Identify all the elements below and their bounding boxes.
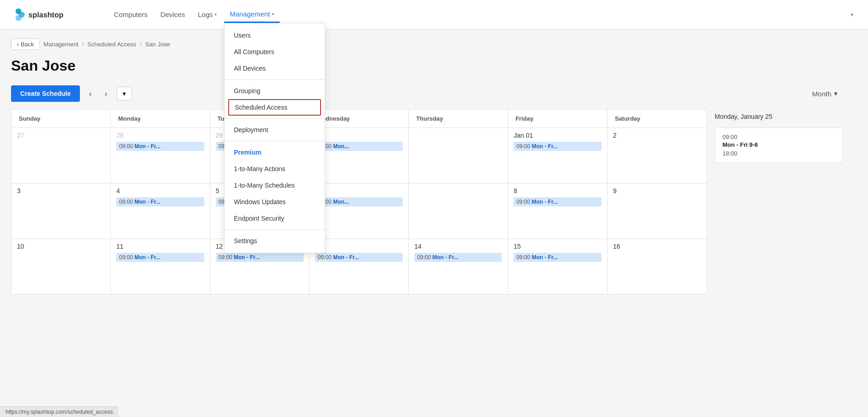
date-13: 13	[315, 243, 403, 250]
dropdown-grouping[interactable]: Grouping	[225, 83, 325, 99]
col-monday: Monday	[111, 110, 210, 128]
management-dropdown-arrow: ▾	[272, 11, 274, 17]
cell-8[interactable]: 8 09:00 Mon - Fr...	[508, 183, 607, 239]
date-3: 3	[17, 187, 105, 195]
date-11: 11	[116, 243, 204, 250]
col-sunday: Sunday	[11, 110, 111, 128]
dropdown-windows-updates[interactable]: Windows Updates	[225, 194, 325, 210]
side-event-start-time: 09:00	[722, 133, 835, 140]
dropdown-deployment[interactable]: Deployment	[225, 122, 325, 138]
dropdown-settings[interactable]: Settings	[225, 233, 325, 249]
cell-16[interactable]: 16	[608, 239, 707, 294]
event-8[interactable]: 09:00 Mon - Fr...	[513, 197, 601, 206]
event-4[interactable]: 09:00 Mon - Fr...	[116, 197, 204, 206]
calendar: Sunday Monday Tuesday Wednesday Thursday…	[11, 109, 707, 295]
event-12[interactable]: 09:00 Mon - Fr...	[216, 253, 304, 262]
svg-point-2	[16, 15, 22, 21]
cell-9[interactable]: 9	[608, 183, 707, 239]
nav-logs[interactable]: Logs ▾	[192, 7, 223, 22]
management-dropdown-menu: Users All Computers All Devices Grouping…	[224, 23, 325, 253]
cal-week-2: 3 4 09:00 Mon - Fr... 5 09:00 Mon - Fr..…	[11, 183, 707, 239]
event-11[interactable]: 09:00 Mon - Fr...	[116, 253, 204, 262]
nav-computers[interactable]: Computers	[108, 7, 153, 22]
logs-dropdown-arrow: ▾	[214, 12, 217, 17]
date-27: 27	[17, 132, 105, 139]
cell-31[interactable]	[409, 128, 508, 183]
date-10: 10	[17, 243, 105, 250]
calendar-header: Sunday Monday Tuesday Wednesday Thursday…	[11, 110, 707, 128]
date-15: 15	[513, 243, 601, 250]
navbar-right-dropdown-arrow[interactable]: ▾	[847, 8, 857, 22]
cell-15[interactable]: 15 09:00 Mon - Fr...	[508, 239, 607, 294]
dropdown-users[interactable]: Users	[225, 27, 325, 44]
side-event-label: Mon - Fri 9-6	[722, 141, 835, 148]
event-28[interactable]: 09:00 Mon - Fr...	[116, 142, 204, 151]
breadcrumb-scheduled-access[interactable]: Scheduled Access	[87, 41, 136, 48]
date-2: 2	[613, 132, 701, 139]
calendar-wrapper: Sunday Monday Tuesday Wednesday Thursday…	[11, 109, 707, 295]
page-content: ‹ Back Management / Scheduled Access / S…	[0, 29, 854, 304]
date-9: 9	[613, 187, 701, 195]
prev-nav-button[interactable]: ‹	[85, 87, 96, 100]
event-30[interactable]: 09:00 Mon...	[315, 142, 403, 151]
navbar: splashtop Computers Devices Logs ▾ Manag…	[0, 0, 868, 29]
date-30: 30	[315, 132, 403, 139]
side-panel-event[interactable]: 09:00 Mon - Fri 9-6 18:00	[715, 128, 843, 163]
date-16: 16	[613, 243, 701, 250]
cell-27[interactable]: 27	[11, 128, 111, 183]
cell-10[interactable]: 10	[11, 239, 111, 294]
breadcrumb-current: San Jose	[145, 41, 170, 48]
date-14: 14	[414, 243, 502, 250]
nav-devices[interactable]: Devices	[155, 7, 190, 22]
cell-7[interactable]	[409, 183, 508, 239]
event-15[interactable]: 09:00 Mon - Fr...	[513, 253, 601, 262]
cal-week-1: 27 28 09:00 Mon - Fr... 29 09:00 Mon - F…	[11, 128, 707, 183]
side-panel: Monday, January 25 09:00 Mon - Fri 9-6 1…	[715, 109, 843, 163]
dropdown-all-devices[interactable]: All Devices	[225, 60, 325, 77]
event-14[interactable]: 09:00 Mon - Fr...	[414, 253, 502, 262]
dropdown-premium[interactable]: Premium	[225, 144, 325, 161]
side-event-end-time: 18:00	[722, 150, 835, 157]
cell-3[interactable]: 3	[11, 183, 111, 239]
dropdown-endpoint-security[interactable]: Endpoint Security	[225, 210, 325, 227]
nav-items: Computers Devices Logs ▾ Management ▾ Us…	[108, 6, 847, 23]
breadcrumb-sep2: /	[140, 41, 142, 48]
group-select-button[interactable]: ▾	[117, 87, 132, 100]
dropdown-1-to-many-schedules[interactable]: 1-to-Many Schedules	[225, 177, 325, 194]
date-8: 8	[513, 187, 601, 195]
dropdown-scheduled-access[interactable]: Scheduled Access	[228, 99, 321, 116]
management-dropdown-container: Management ▾ Users All Computers All Dev…	[224, 6, 280, 23]
date-6: 6	[315, 187, 403, 195]
event-jan01[interactable]: 09:00 Mon - Fr...	[513, 142, 601, 151]
cell-28[interactable]: 28 09:00 Mon - Fr...	[111, 128, 210, 183]
nav-management[interactable]: Management ▾	[224, 6, 280, 23]
cell-2[interactable]: 2	[608, 128, 707, 183]
dropdown-1-to-many-actions[interactable]: 1-to-Many Actions	[225, 161, 325, 177]
month-view-button[interactable]: Month ▾	[806, 87, 843, 100]
breadcrumb-sep1: /	[82, 41, 84, 48]
dropdown-all-computers[interactable]: All Computers	[225, 44, 325, 60]
cell-11[interactable]: 11 09:00 Mon - Fr...	[111, 239, 210, 294]
event-13[interactable]: 09:00 Mon - Fr...	[315, 253, 403, 262]
month-dropdown-arrow: ▾	[834, 89, 838, 98]
breadcrumb: ‹ Back Management / Scheduled Access / S…	[11, 39, 843, 50]
event-6[interactable]: 09:00 Mon...	[315, 197, 403, 206]
page-title: San Jose	[11, 57, 843, 74]
navbar-right: ▾	[847, 8, 857, 22]
back-button[interactable]: ‹ Back	[11, 39, 40, 50]
create-schedule-button[interactable]: Create Schedule	[11, 85, 80, 102]
cell-14[interactable]: 14 09:00 Mon - Fr...	[409, 239, 508, 294]
col-saturday: Saturday	[608, 110, 707, 128]
cell-jan01[interactable]: Jan 01 09:00 Mon - Fr...	[508, 128, 607, 183]
breadcrumb-management[interactable]: Management	[44, 41, 79, 48]
calendar-grid: 27 28 09:00 Mon - Fr... 29 09:00 Mon - F…	[11, 128, 707, 294]
cell-4[interactable]: 4 09:00 Mon - Fr...	[111, 183, 210, 239]
divider-4	[225, 229, 325, 230]
main-area: Sunday Monday Tuesday Wednesday Thursday…	[11, 109, 843, 295]
next-nav-button[interactable]: ›	[101, 87, 111, 100]
cal-week-3: 10 11 09:00 Mon - Fr... 12 09:00 Mon - F…	[11, 239, 707, 294]
col-thursday: Thursday	[409, 110, 508, 128]
calendar-toolbar: Create Schedule ‹ › ▾ Month ▾	[11, 85, 843, 102]
side-panel-date: Monday, January 25	[715, 109, 843, 124]
divider-2	[225, 118, 325, 119]
